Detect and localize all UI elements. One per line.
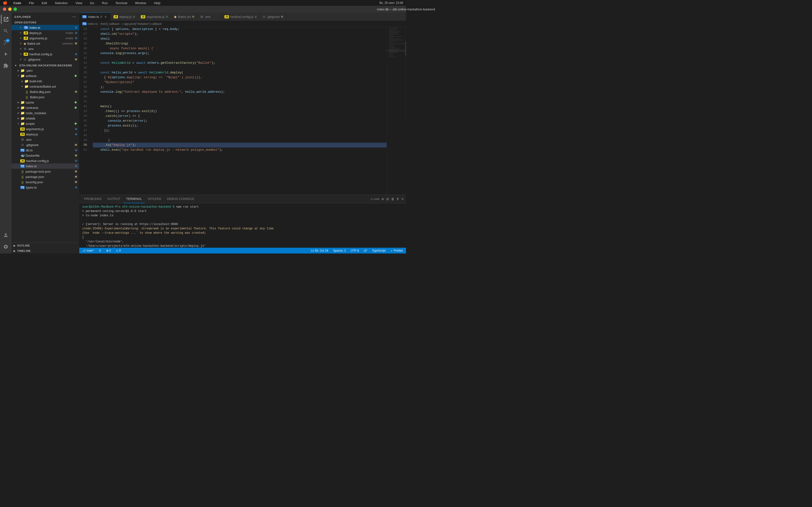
minimize-button[interactable] [8,7,12,11]
tree-env[interactable]: ▶ ⚙ .env [12,137,79,142]
tab-index-ts[interactable]: TS index.ts U ✕ [79,12,111,21]
close-file-icon[interactable]: ✕ [18,32,23,35]
close-panel-icon[interactable]: ✕ [401,197,404,201]
open-editor-hardhat[interactable]: ✕ JS hardhat.config.js U [12,51,79,57]
tree-cache[interactable]: ▶ 📁 cache [12,100,79,105]
open-editor-arguments-js[interactable]: ✕ JS arguments.js scripts U [12,36,79,41]
status-language[interactable]: TypeScript [371,249,387,252]
svg-rect-28 [405,41,406,56]
status-formatter[interactable]: ✓ Prettier [390,249,404,252]
tree-deploy-js[interactable]: JS deploy.js U [12,131,79,137]
tree-node-modules[interactable]: ▶ 📁 node_modules [12,110,79,116]
tree-db-ts[interactable]: ▶ TS db.ts U [12,148,79,153]
activity-explorer[interactable] [1,14,11,24]
apple-logo[interactable]: 🍎 [3,1,7,5]
svg-rect-1 [389,28,399,28]
tree-contracts[interactable]: ▶ 📁 contracts [12,105,79,110]
activity-run[interactable] [1,49,11,59]
activity-extensions[interactable] [1,61,11,70]
tree-package-json[interactable]: ▶ {} package.json M [12,174,79,179]
tree-index-ts[interactable]: ▶ TS index.ts U [12,163,79,169]
tree-dockerfile[interactable]: ▶ 🐳 Dockerfile M [12,153,79,158]
tree-ballot-dbg-json[interactable]: {} Ballot.dbg.json M [12,89,79,95]
tab-output[interactable]: OUTPUT [104,195,123,203]
tree-arguments-js[interactable]: JS arguments.js U [12,126,79,131]
status-branch[interactable]: ⎇ main* [81,249,95,252]
breadcrumb-file[interactable]: index.ts [88,22,98,25]
timeline-section[interactable]: ▶ TIMELINE [12,248,79,253]
close-file-icon[interactable]: ✕ [18,47,23,50]
tree-scripts[interactable]: ▼ 📁 scripts [12,121,79,126]
outline-section[interactable]: ▶ OUTLINE [12,243,79,248]
trash-terminal-icon[interactable]: 🗑 [391,197,394,201]
tree-build-info[interactable]: ▶ 📁 build-info [12,78,79,84]
explorer-menu-icon[interactable]: ⋯ [72,14,76,19]
tab-hardhat-config[interactable]: JS hardhat.config.js U [221,12,260,21]
open-editor-index-ts[interactable]: ✕ TS index.ts U [12,25,79,30]
add-terminal-icon[interactable]: ⊕ [382,197,384,201]
tree-ballot-json[interactable]: {} Ballot.json [12,95,79,100]
menu-file[interactable]: File [27,1,36,5]
open-editor-env[interactable]: ✕ ⚙ .env [12,46,79,51]
tree-orbitdb[interactable]: ▶ 📁 orbitdb [12,116,79,121]
tree-gitignore[interactable]: ▶ ⊙ .gitignore M [12,142,79,148]
terminal-content[interactable]: user@1234s-MacBook-Pro eth-online-hackat… [79,203,406,248]
close-file-icon[interactable]: ✕ [18,58,23,61]
open-editor-deploy-js[interactable]: ✕ JS deploy.js scripts U [12,30,79,36]
breadcrumb-section[interactable]: then() callback [101,22,119,25]
open-editor-ballot-sol[interactable]: ✕ ◆ Ballot.sol contracts M [12,41,79,46]
menu-terminal[interactable]: Terminal [114,1,129,5]
activity-settings[interactable] [1,242,11,251]
tab-gitlens[interactable]: GITLENS [145,195,164,203]
code-content[interactable]: const { options, description } = req.bod… [91,27,387,194]
tree-package-lock[interactable]: ▶ {} package-lock.json M [12,169,79,174]
status-position[interactable]: Ln 50, Col 18 [310,249,329,252]
maximize-panel-icon[interactable]: ⬆ [396,197,399,201]
tab-problems[interactable]: PROBLEMS [81,195,104,203]
close-file-icon[interactable]: ✕ [18,42,23,45]
fullscreen-button[interactable] [13,7,17,11]
tab-gitignore[interactable]: ⊙ .gitignore M [260,12,286,21]
activity-search[interactable] [1,26,11,36]
project-section[interactable]: ▼ ETH-ONLINE-HACKATHON-BACKEND [12,63,79,68]
status-errors[interactable]: ⊗ 0 [105,249,112,252]
tab-debug-console[interactable]: DEBUG CONSOLE [164,195,197,203]
close-button[interactable] [3,7,6,11]
status-encoding[interactable]: UTF-8 [350,249,360,252]
open-editors-section[interactable]: OPEN EDITORS [12,20,79,25]
close-file-icon[interactable]: ✕ [18,53,23,56]
activity-source-control[interactable]: 65 [1,38,11,47]
activity-account[interactable] [1,230,11,240]
tree-types-ts[interactable]: ▶ TS types.ts U [12,185,79,190]
status-spaces[interactable]: Spaces: 2 [332,249,347,252]
menu-app-code[interactable]: Code [11,1,23,5]
status-warnings[interactable]: ⚠ 0 [115,249,122,252]
status-line-ending[interactable]: LF [363,249,368,252]
menu-run[interactable]: Run [100,1,110,5]
menu-window[interactable]: Window [133,1,148,5]
tree-tsconfig[interactable]: ▶ {} tsconfig.json M [12,179,79,185]
open-editor-gitignore[interactable]: ✕ ⊙ .gitignore M [12,57,79,62]
tab-close-button[interactable]: ✕ [104,15,108,19]
tree-contracts-ballot[interactable]: ▼ 📁 contracts/Ballot.sol [12,84,79,89]
breadcrumb-callback[interactable]: app.post("/initiative") callback [124,22,162,25]
status-sync[interactable]: ↻ [98,249,102,252]
tree-yarn[interactable]: ▶ 📁 .yarn [12,68,79,73]
close-file-icon[interactable]: ✕ [18,26,23,29]
menu-edit[interactable]: Edit [40,1,49,5]
tab-terminal[interactable]: TERMINAL [123,195,145,203]
menu-selection[interactable]: Selection [53,1,69,5]
split-terminal-icon[interactable]: ⊞ [386,197,389,201]
menu-view[interactable]: View [73,1,84,5]
close-file-icon[interactable]: ✕ [18,37,23,40]
tree-hardhat-config[interactable]: ▶ JS hardhat.config.js U [12,158,79,163]
tab-ballot-sol[interactable]: ◆ Ballot.sol M [171,12,197,21]
tab-arguments-js[interactable]: JS arguments.js U [138,12,171,21]
menu-help[interactable]: Help [152,1,162,5]
traffic-lights[interactable] [3,7,17,11]
menu-go[interactable]: Go [88,1,96,5]
tab-env[interactable]: ⚙ .env [197,12,221,21]
tree-artifacts[interactable]: ▼ 📁 artifacts [12,73,79,78]
tab-deploy-js[interactable]: JS deploy.js U [111,12,138,21]
folder-icon: 📁 [20,68,24,72]
